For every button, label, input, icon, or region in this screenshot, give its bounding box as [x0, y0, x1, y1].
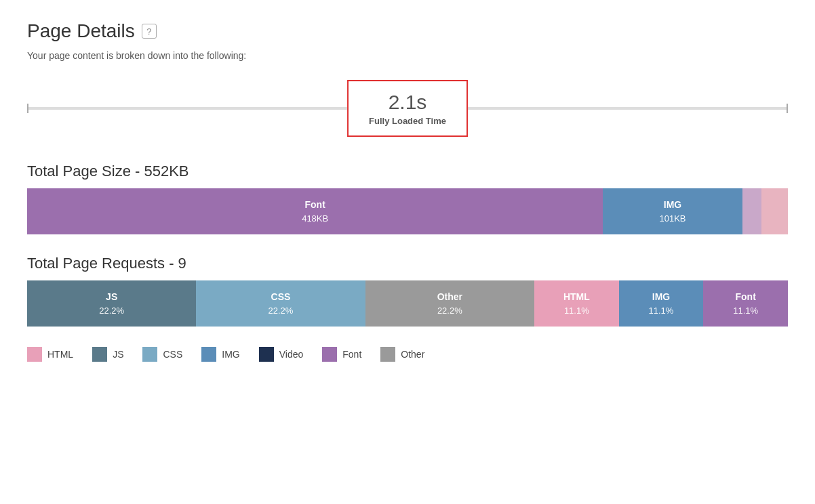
timeline-time: 2.1s: [369, 91, 446, 113]
page-requests-segment-4: IMG11.1%: [619, 280, 704, 327]
legend-item-img: IMG: [201, 347, 239, 362]
legend-item-other: Other: [380, 347, 424, 362]
legend-item-css: CSS: [142, 347, 182, 362]
help-icon[interactable]: ?: [142, 24, 157, 39]
req-seg-label: Other: [437, 290, 462, 304]
page-size-segment-0: Font418KB: [27, 188, 603, 234]
req-seg-value: 11.1%: [649, 304, 674, 318]
subtitle: Your page content is broken down into th…: [27, 50, 788, 61]
legend-item-html: HTML: [27, 347, 73, 362]
timeline-end-right: [787, 104, 788, 113]
legend-label: IMG: [222, 349, 239, 360]
req-seg-value: 11.1%: [733, 304, 758, 318]
legend-swatch: [27, 347, 42, 362]
page-size-bar: Font418KBIMG101KB: [27, 188, 788, 234]
legend-label: JS: [113, 349, 123, 360]
timeline-end-left: [27, 104, 28, 113]
req-seg-label: Font: [736, 290, 756, 304]
legend-swatch: [92, 347, 107, 362]
req-seg-label: CSS: [271, 290, 291, 304]
legend-label: Font: [342, 349, 361, 360]
req-seg-value: 22.2%: [269, 304, 294, 318]
legend-item-video: Video: [259, 347, 304, 362]
seg-label: IMG: [664, 198, 681, 212]
req-seg-label: JS: [106, 290, 117, 304]
page-title-row: Page Details ?: [27, 20, 788, 42]
legend-label: Video: [279, 349, 304, 360]
req-seg-value: 22.2%: [437, 304, 462, 318]
legend-label: HTML: [47, 349, 73, 360]
legend-item-js: JS: [92, 347, 123, 362]
page-requests-segment-3: HTML11.1%: [534, 280, 619, 327]
req-seg-label: IMG: [652, 290, 670, 304]
seg-value: 418KB: [302, 212, 328, 226]
seg-value: 101KB: [660, 212, 686, 226]
page-size-header: Total Page Size - 552KB: [27, 163, 788, 180]
req-seg-value: 22.2%: [99, 304, 124, 318]
seg-label: Font: [305, 198, 325, 212]
legend-swatch: [380, 347, 395, 362]
legend-swatch: [259, 347, 274, 362]
timeline-popup: 2.1s Fully Loaded Time: [347, 80, 468, 137]
page-size-segment-3: [761, 188, 788, 234]
legend-item-font: Font: [322, 347, 361, 362]
legend-swatch: [201, 347, 216, 362]
page-title: Page Details: [27, 20, 135, 42]
req-seg-value: 11.1%: [564, 304, 589, 318]
page-requests-segment-0: JS22.2%: [27, 280, 196, 327]
timeline-label: Fully Loaded Time: [369, 116, 446, 126]
req-seg-label: HTML: [563, 290, 590, 304]
page-size-segment-1: IMG101KB: [603, 188, 742, 234]
legend-label: CSS: [163, 349, 182, 360]
page-size-segment-2: [742, 188, 761, 234]
legend-label: Other: [401, 349, 424, 360]
page-requests-segment-2: Other22.2%: [365, 280, 534, 327]
page-requests-header: Total Page Requests - 9: [27, 255, 788, 272]
page-requests-segment-5: Font11.1%: [703, 280, 788, 327]
page-requests-bar: JS22.2%CSS22.2%Other22.2%HTML11.1%IMG11.…: [27, 280, 788, 327]
legend-swatch: [142, 347, 157, 362]
timeline-container: 2.1s Fully Loaded Time: [27, 75, 788, 142]
page-requests-segment-1: CSS22.2%: [196, 280, 365, 327]
legend-swatch: [322, 347, 337, 362]
legend: HTMLJSCSSIMGVideoFontOther: [27, 347, 788, 362]
